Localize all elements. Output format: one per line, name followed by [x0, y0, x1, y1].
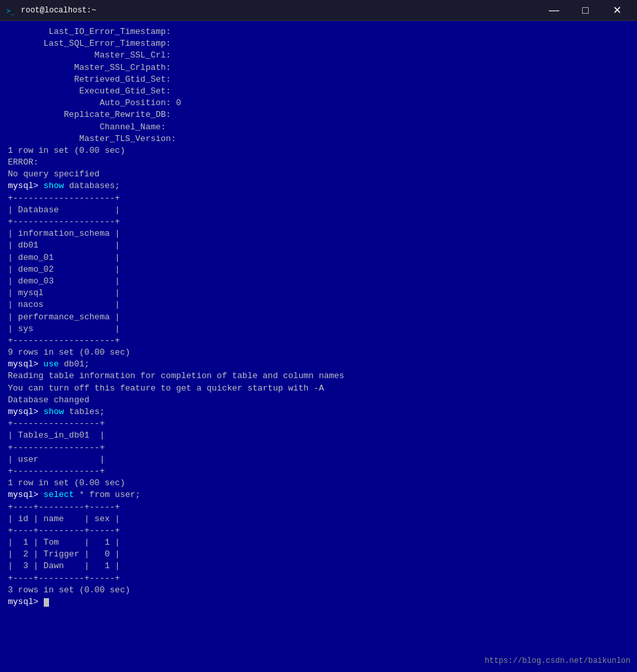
terminal-content[interactable]: Last_IO_Error_Timestamp: Last_SQL_Error_…	[0, 21, 637, 672]
terminal-line: +--------------------+	[8, 216, 629, 228]
terminal-line: You can turn off this feature to get a q…	[8, 383, 629, 394]
svg-text:>_: >_	[7, 7, 15, 15]
terminal-line: +----+---------+-----+	[8, 573, 629, 584]
terminal-line: Master_SSL_Crl:	[8, 50, 629, 61]
terminal-line: 1 row in set (0.00 sec)	[8, 477, 629, 489]
window-title: root@localhost:~	[21, 6, 539, 15]
terminal-line: +----+---------+-----+	[8, 502, 629, 513]
terminal-line: | mysql |	[8, 287, 629, 299]
terminal-line: | id | name | sex |	[8, 513, 629, 525]
window-controls: — □ ✕	[539, 0, 632, 21]
terminal-line: mysql> show tables;	[8, 406, 629, 418]
terminal-line: Reading table information for completion…	[8, 370, 629, 382]
terminal-line: Master_SSL_Crlpath:	[8, 62, 629, 74]
terminal-line: 3 rows in set (0.00 sec)	[8, 584, 629, 596]
terminal-line: mysql> select * from user;	[8, 489, 629, 501]
terminal-line: | demo_01 |	[8, 252, 629, 264]
terminal-line: | demo_03 |	[8, 276, 629, 287]
terminal-line: | 1 | Tom | 1 |	[8, 537, 629, 549]
terminal-line: | demo_02 |	[8, 264, 629, 276]
terminal-line: | db01 |	[8, 240, 629, 251]
terminal-line: 9 rows in set (0.00 sec)	[8, 347, 629, 359]
terminal-line: Replicate_Rewrite_DB:	[8, 109, 629, 121]
terminal-line: +-----------------+	[8, 442, 629, 454]
terminal-line: mysql> show databases;	[8, 180, 629, 192]
terminal-line: 1 row in set (0.00 sec)	[8, 145, 629, 157]
terminal-line: ERROR:	[8, 157, 629, 168]
terminal-line: +--------------------+	[8, 335, 629, 347]
terminal-line: Database changed	[8, 394, 629, 406]
terminal-line: Last_IO_Error_Timestamp:	[8, 26, 629, 38]
terminal-line: | information_schema |	[8, 228, 629, 240]
terminal-line: | Tables_in_db01 |	[8, 430, 629, 441]
terminal-line: Master_TLS_Version:	[8, 133, 629, 145]
title-bar: >_ root@localhost:~ — □ ✕	[0, 0, 637, 21]
terminal-line: | sys |	[8, 323, 629, 335]
window-icon: >_	[5, 5, 16, 16]
terminal-line: Executed_Gtid_Set:	[8, 86, 629, 97]
terminal-line: Retrieved_Gtid_Set:	[8, 74, 629, 86]
terminal-line: No query specified	[8, 168, 629, 180]
terminal-window: >_ root@localhost:~ — □ ✕ Last_IO_Error_…	[0, 0, 637, 672]
terminal-line: | Database |	[8, 204, 629, 216]
terminal-line: | 2 | Trigger | 0 |	[8, 549, 629, 560]
terminal-line: +----+---------+-----+	[8, 525, 629, 537]
terminal-line: mysql>	[8, 596, 629, 608]
terminal-line: | user |	[8, 454, 629, 466]
watermark: https://blog.csdn.net/baikunlon	[485, 656, 630, 665]
terminal-line: | 3 | Dawn | 1 |	[8, 560, 629, 572]
terminal-line: Last_SQL_Error_Timestamp:	[8, 38, 629, 50]
terminal-line: +-----------------+	[8, 418, 629, 430]
terminal-line: +--------------------+	[8, 193, 629, 204]
terminal-line: Channel_Name:	[8, 121, 629, 133]
terminal-line: | nacos |	[8, 299, 629, 311]
terminal-line: Auto_Position: 0	[8, 97, 629, 109]
maximize-button[interactable]: □	[570, 0, 600, 21]
close-button[interactable]: ✕	[602, 0, 632, 21]
terminal-line: | performance_schema |	[8, 312, 629, 323]
minimize-button[interactable]: —	[539, 0, 569, 21]
terminal-line: +-----------------+	[8, 466, 629, 477]
terminal-line: mysql> use db01;	[8, 359, 629, 370]
